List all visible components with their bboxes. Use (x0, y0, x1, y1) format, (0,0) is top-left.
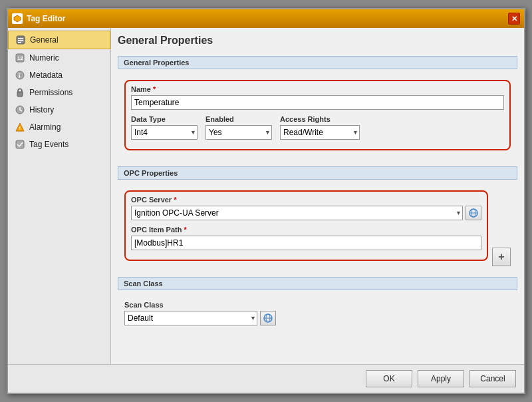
sidebar-label-general: General (30, 35, 59, 45)
access-rights-label: Access Rights (280, 115, 360, 123)
svg-rect-9 (17, 92, 23, 97)
scan-class-select[interactable]: Default Slow Fast (124, 311, 257, 325)
access-rights-select-wrapper: Read/Write Read Only Custom ▼ (280, 125, 360, 140)
scan-class-row: Default Slow Fast ▼ (124, 311, 511, 325)
scan-class-field-group: Scan Class Default Slow Fast ▼ (124, 301, 511, 325)
type-row: Data Type Int4 Float4 Float8 String Bool… (131, 115, 504, 140)
sidebar-label-permissions: Permissions (29, 88, 72, 97)
data-type-field: Data Type Int4 Float4 Float8 String Bool… (131, 115, 198, 140)
svg-rect-2 (18, 38, 23, 39)
opc-row-with-plus: OPC Server * Ignition OPC-UA Server ▼ (124, 190, 511, 266)
general-properties-header: General Properties (118, 56, 517, 69)
access-rights-field: Access Rights Read/Write Read Only Custo… (280, 115, 360, 140)
opc-fields-col: OPC Server * Ignition OPC-UA Server ▼ (124, 190, 488, 266)
access-rights-select[interactable]: Read/Write Read Only Custom (280, 125, 360, 140)
opc-highlight-box: OPC Server * Ignition OPC-UA Server ▼ (124, 190, 488, 261)
sidebar-item-permissions[interactable]: Permissions (8, 84, 110, 101)
title-bar: Tag Editor ✕ (8, 9, 524, 28)
name-label: Name * (131, 85, 504, 93)
general-properties-section: General Properties Name * (118, 56, 517, 161)
enabled-select[interactable]: Yes No (205, 125, 272, 140)
data-type-label: Data Type (131, 115, 198, 123)
data-type-select[interactable]: Int4 Float4 Float8 String Boolean (131, 125, 198, 140)
apply-button[interactable]: Apply (418, 370, 464, 387)
scan-class-browse-button[interactable] (260, 311, 276, 325)
svg-rect-4 (18, 42, 21, 43)
svg-rect-3 (18, 40, 23, 41)
sidebar-label-tagevents: Tag Events (29, 140, 68, 149)
opc-properties-header: OPC Properties (118, 166, 517, 180)
opc-server-row: Ignition OPC-UA Server ▼ (131, 206, 481, 220)
sidebar: General 12 Numeric i Metadata (8, 28, 111, 364)
close-button[interactable]: ✕ (508, 13, 520, 25)
scan-class-body: Scan Class Default Slow Fast ▼ (118, 296, 517, 336)
add-opc-button[interactable]: + (492, 248, 511, 266)
window-icon (12, 13, 23, 24)
general-icon (15, 35, 26, 45)
opc-server-select[interactable]: Ignition OPC-UA Server (131, 206, 463, 220)
name-input[interactable] (131, 95, 504, 110)
svg-rect-13 (16, 140, 24, 148)
ok-button[interactable]: OK (366, 370, 412, 387)
window-body: General 12 Numeric i Metadata (8, 28, 524, 364)
sidebar-item-numeric[interactable]: 12 Numeric (8, 49, 110, 67)
lock-icon (15, 87, 25, 98)
opc-server-field-group: OPC Server * Ignition OPC-UA Server ▼ (131, 196, 481, 220)
name-field-group: Name * (131, 85, 504, 110)
general-properties-body: Name * Data Type Int4 F (118, 75, 517, 161)
title-bar-left: Tag Editor (12, 13, 65, 24)
opc-properties-section: OPC Properties OPC Server * (118, 166, 517, 272)
scan-class-select-wrapper: Default Slow Fast ▼ (124, 311, 257, 325)
opc-item-path-field-group: OPC Item Path * (131, 226, 481, 250)
opc-server-browse-button[interactable] (466, 206, 481, 220)
cancel-button[interactable]: Cancel (469, 370, 516, 387)
svg-text:!: ! (19, 125, 21, 131)
window-title: Tag Editor (27, 14, 65, 23)
enabled-field: Enabled Yes No ▼ (205, 115, 272, 140)
main-content: General Properties General Properties Na… (111, 28, 524, 364)
opc-item-path-input[interactable] (131, 236, 481, 250)
enabled-select-wrapper: Yes No ▼ (205, 125, 272, 140)
metadata-icon: i (15, 70, 25, 81)
sidebar-label-metadata: Metadata (29, 71, 63, 80)
svg-marker-0 (14, 15, 21, 22)
sidebar-item-metadata[interactable]: i Metadata (8, 67, 110, 84)
history-icon (15, 104, 25, 115)
sidebar-item-history[interactable]: History (8, 101, 110, 118)
scan-globe-icon (263, 313, 273, 323)
alarm-icon: ! (15, 122, 25, 132)
opc-server-label: OPC Server * (131, 196, 481, 204)
page-title: General Properties (118, 35, 517, 49)
tag-editor-window: Tag Editor ✕ General 12 Numeric (7, 8, 525, 394)
sidebar-item-tagevents[interactable]: Tag Events (8, 136, 110, 153)
sidebar-label-numeric: Numeric (29, 53, 59, 63)
data-type-select-wrapper: Int4 Float4 Float8 String Boolean ▼ (131, 125, 198, 140)
tagevents-icon (15, 139, 25, 150)
globe-icon (469, 208, 478, 218)
opc-properties-body: OPC Server * Ignition OPC-UA Server ▼ (118, 185, 517, 272)
scan-class-header: Scan Class (118, 277, 517, 290)
name-highlight-box: Name * Data Type Int4 F (124, 80, 511, 150)
sidebar-label-history: History (29, 105, 54, 114)
sidebar-label-alarming: Alarming (29, 122, 61, 132)
numeric-icon: 12 (15, 53, 25, 63)
enabled-label: Enabled (205, 115, 272, 123)
sidebar-item-alarming[interactable]: ! Alarming (8, 118, 110, 136)
svg-text:i: i (19, 73, 21, 79)
svg-text:12: 12 (17, 55, 23, 61)
button-bar: OK Apply Cancel (8, 364, 524, 393)
scan-class-section: Scan Class Scan Class Default Slow Fast (118, 277, 517, 336)
opc-item-path-label: OPC Item Path * (131, 226, 481, 234)
opc-server-select-wrapper: Ignition OPC-UA Server ▼ (131, 206, 463, 220)
sidebar-item-general[interactable]: General (8, 31, 110, 49)
scan-class-label: Scan Class (124, 301, 511, 309)
tag-svg-icon (13, 15, 21, 23)
